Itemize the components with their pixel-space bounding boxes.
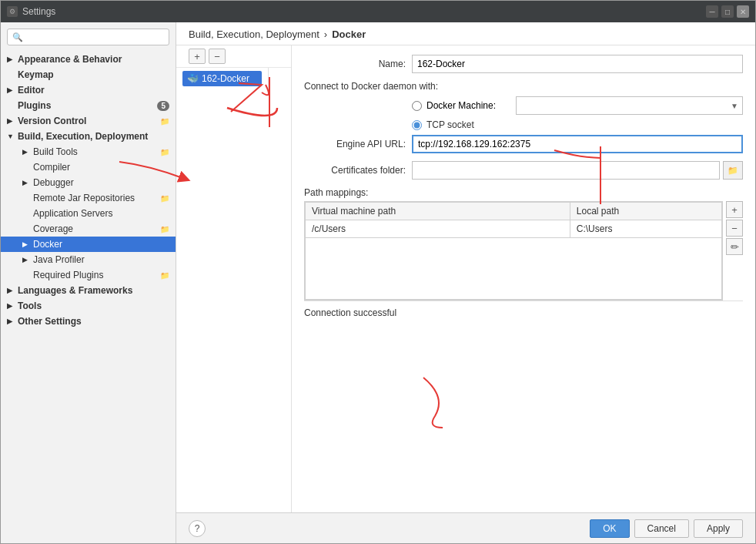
local-path-cell: C:\Users <box>570 220 721 238</box>
sidebar-label-appearance: Appearance & Behavior <box>18 54 122 65</box>
remove-mapping-button[interactable]: − <box>726 220 743 237</box>
sidebar-item-keymap[interactable]: Keymap <box>1 67 176 82</box>
breadcrumb: Build, Execution, Deployment › Docker <box>176 22 755 45</box>
search-box[interactable]: 🔍 <box>7 29 169 45</box>
certs-input[interactable] <box>412 161 720 180</box>
sidebar-item-tools[interactable]: ▶ Tools <box>1 298 176 314</box>
sidebar-label-build-tools: Build Tools <box>33 146 78 157</box>
name-label: Name: <box>304 59 412 69</box>
tcp-socket-radio[interactable] <box>412 120 422 130</box>
path-mappings-container: Virtual machine path Local path /c/Users <box>304 201 723 301</box>
sidebar-item-required-plugins[interactable]: Required Plugins 📁 <box>1 267 176 283</box>
sidebar-label-languages: Languages & Frameworks <box>18 285 132 296</box>
name-input[interactable] <box>412 55 743 73</box>
sidebar-item-debugger[interactable]: ▶ Debugger <box>1 175 176 190</box>
sidebar-label-build: Build, Execution, Deployment <box>18 131 148 142</box>
status-bar: Connection successful <box>304 301 743 318</box>
edit-mapping-button[interactable]: ✏ <box>726 238 743 255</box>
connect-label: Connect to Docker daemon with: <box>304 81 438 92</box>
sidebar: 🔍 ▶ Appearance & Behavior Keymap ▶ Edito <box>1 22 176 543</box>
breadcrumb-current: Docker <box>332 29 366 40</box>
main-panel: Build, Execution, Deployment › Docker + … <box>176 22 755 543</box>
maximize-button[interactable]: □ <box>721 5 734 18</box>
docker-machine-label: Docker Machine: <box>427 100 511 111</box>
plugins-badge: 5 <box>157 101 169 111</box>
sidebar-label-plugins: Plugins <box>18 100 51 111</box>
tcp-socket-row: TCP socket <box>304 119 743 130</box>
sidebar-item-languages[interactable]: ▶ Languages & Frameworks <box>1 283 176 298</box>
expand-icon: ▶ <box>22 179 30 186</box>
config-item-162-docker[interactable]: 🐳 162-Docker <box>182 71 262 86</box>
sidebar-label-required-plugins: Required Plugins <box>33 270 103 280</box>
sidebar-label-keymap: Keymap <box>18 69 54 80</box>
add-config-button[interactable]: + <box>189 49 206 64</box>
breadcrumb-parent: Build, Execution, Deployment <box>189 29 319 40</box>
path-mappings-wrapper: Virtual machine path Local path /c/Users <box>304 201 743 301</box>
path-mappings-table: Virtual machine path Local path /c/Users <box>305 202 722 300</box>
action-buttons: OK Cancel Apply <box>590 519 743 538</box>
sidebar-label-compiler: Compiler <box>33 162 70 173</box>
expand-icon: ▶ <box>7 117 15 125</box>
sidebar-item-compiler[interactable]: Compiler <box>1 160 176 175</box>
certs-label: Certificates folder: <box>304 165 412 176</box>
docker-machine-select[interactable] <box>516 96 743 115</box>
apply-button[interactable]: Apply <box>694 519 743 538</box>
app-icon: ⚙ <box>7 6 18 17</box>
search-input[interactable] <box>26 32 164 42</box>
docker-machine-row: Docker Machine: ▼ <box>304 96 743 115</box>
sidebar-item-other-settings[interactable]: ▶ Other Settings <box>1 314 176 329</box>
expand-icon: ▶ <box>7 317 15 325</box>
engine-api-row: Engine API URL: <box>304 135 743 153</box>
sidebar-label-app-servers: Application Servers <box>33 208 112 219</box>
sidebar-label-coverage: Coverage <box>33 223 73 234</box>
sidebar-item-remote-jar[interactable]: Remote Jar Repositories 📁 <box>1 190 176 206</box>
sidebar-item-version-control[interactable]: ▶ Version Control 📁 <box>1 113 176 129</box>
form-area: Name: Connect to Docker daemon with: <box>292 45 755 512</box>
sidebar-item-build-exec[interactable]: ▼ Build, Execution, Deployment <box>1 129 176 144</box>
expand-icon: ▶ <box>7 55 15 63</box>
vm-path-cell: /c/Users <box>306 220 570 238</box>
certs-row: Certificates folder: 📁 <box>304 161 743 180</box>
name-row: Name: <box>304 55 743 73</box>
browse-certs-button[interactable]: 📁 <box>723 161 743 180</box>
help-button[interactable]: ? <box>189 520 206 537</box>
config-toolbar: + − <box>176 45 291 68</box>
sidebar-item-build-tools[interactable]: ▶ Build Tools 📁 <box>1 144 176 160</box>
sidebar-item-docker[interactable]: ▶ Docker <box>1 237 176 252</box>
engine-api-label: Engine API URL: <box>304 139 412 149</box>
expand-icon: ▶ <box>7 86 15 94</box>
titlebar: ⚙ Settings ─ □ ✕ <box>1 1 755 22</box>
remove-config-button[interactable]: − <box>209 49 226 64</box>
sidebar-item-coverage[interactable]: Coverage 📁 <box>1 221 176 237</box>
sidebar-label-docker: Docker <box>33 239 62 250</box>
table-action-buttons: + − ✏ <box>726 201 743 301</box>
tcp-socket-label: TCP socket <box>427 119 474 130</box>
config-item-label: 162-Docker <box>202 73 249 84</box>
sidebar-item-java-profiler[interactable]: ▶ Java Profiler <box>1 252 176 267</box>
table-row[interactable]: /c/Users C:\Users <box>306 220 722 238</box>
docker-machine-radio[interactable] <box>412 101 422 111</box>
close-button[interactable]: ✕ <box>737 5 749 18</box>
expand-icon: ▶ <box>7 287 15 294</box>
expand-icon: ▼ <box>7 133 15 140</box>
cancel-button[interactable]: Cancel <box>634 519 689 538</box>
docker-config-icon: 🐳 <box>187 73 199 84</box>
sidebar-label-vc: Version Control <box>18 116 86 126</box>
sidebar-item-appearance[interactable]: ▶ Appearance & Behavior <box>1 52 176 67</box>
sidebar-item-app-servers[interactable]: Application Servers <box>1 206 176 221</box>
footer: ? OK Cancel Apply <box>176 512 755 543</box>
sidebar-label-debugger: Debugger <box>33 177 74 188</box>
add-mapping-button[interactable]: + <box>726 201 743 218</box>
expand-icon: ▶ <box>22 256 30 264</box>
window-title: Settings <box>22 6 706 17</box>
sidebar-item-plugins[interactable]: Plugins 5 <box>1 98 176 113</box>
expand-icon: ▶ <box>22 240 30 248</box>
ok-button[interactable]: OK <box>590 519 629 538</box>
minimize-button[interactable]: ─ <box>706 5 718 18</box>
config-list: 🐳 162-Docker <box>176 68 269 89</box>
engine-api-input[interactable] <box>412 135 743 153</box>
connect-section-row: Connect to Docker daemon with: <box>304 81 743 92</box>
path-mappings-title: Path mappings: <box>304 187 743 198</box>
panel-body: + − 🐳 162-Docker <box>176 45 755 512</box>
sidebar-item-editor[interactable]: ▶ Editor <box>1 82 176 98</box>
